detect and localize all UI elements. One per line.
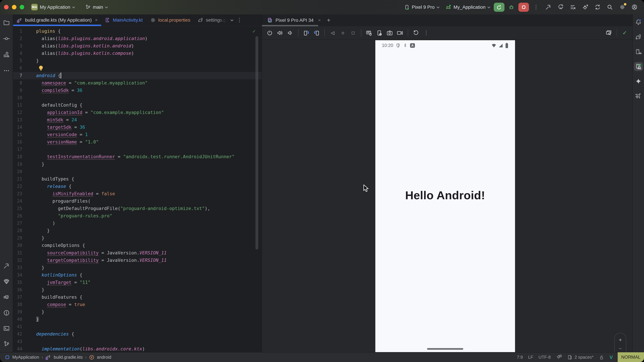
gradle-tool-button[interactable]: [634, 32, 643, 41]
code-line[interactable]: 5}: [13, 57, 262, 64]
terminal-tool-button[interactable]: [2, 324, 11, 333]
code-line[interactable]: 14 targetSdk = 36: [13, 123, 262, 131]
account-button[interactable]: [629, 2, 640, 12]
apply-changes-button[interactable]: A: [555, 2, 566, 12]
code-line[interactable]: 23 isMinifyEnabled = false: [13, 190, 262, 197]
snapshot-button[interactable]: [412, 28, 420, 37]
debug-button[interactable]: [506, 2, 517, 12]
resource-manager-tool-button[interactable]: [2, 50, 11, 59]
zoom-in-button[interactable]: +: [619, 337, 622, 343]
build-tool-button[interactable]: [2, 261, 11, 271]
code-line[interactable]: 3 alias(libs.plugins.kotlin.android): [13, 42, 262, 50]
running-devices-tool-button[interactable]: [634, 62, 643, 71]
code-line[interactable]: 20: [13, 168, 262, 175]
device-more-button[interactable]: ⋮: [422, 28, 431, 37]
line-separator-widget[interactable]: LF: [528, 355, 533, 360]
more-run-actions-button[interactable]: ⋮: [531, 2, 541, 12]
device-settings-button[interactable]: [375, 28, 384, 37]
zoom-out-button[interactable]: −: [619, 346, 622, 352]
gem-tool-button[interactable]: [2, 277, 11, 286]
code-line[interactable]: 2 alias(libs.plugins.android.application…: [13, 35, 262, 42]
indent-widget[interactable]: 2 spaces*: [567, 355, 594, 360]
code-line[interactable]: 10: [13, 94, 262, 101]
ai-assistant-disabled-icon[interactable]: [556, 354, 562, 360]
code-line[interactable]: 44 implementation(libs.androidx.core.ktx…: [13, 345, 262, 352]
code-line[interactable]: 27 ): [13, 220, 262, 227]
layout-inspector-toggle[interactable]: [604, 28, 613, 37]
code-line[interactable]: 41: [13, 323, 262, 330]
breadcrumb-project[interactable]: MyApplication: [12, 355, 39, 360]
code-line[interactable]: 24 proguardFiles(: [13, 197, 262, 205]
problems-tool-button[interactable]: [2, 308, 11, 317]
close-device-tab-icon[interactable]: ×: [318, 18, 321, 23]
device-screen[interactable]: 10:20 A Hello Android!: [375, 40, 515, 352]
more-tool-windows-button[interactable]: [2, 66, 11, 75]
intention-bulb-icon[interactable]: [39, 66, 43, 69]
search-everywhere-button[interactable]: [604, 2, 615, 12]
code-line[interactable]: 16 versionName = "1.0": [13, 138, 262, 146]
attach-debugger-button[interactable]: [580, 2, 591, 12]
device-selector[interactable]: Pixel 9 Pro: [402, 3, 441, 11]
tab-list-chevron-icon[interactable]: [230, 18, 233, 21]
code-line[interactable]: 7android {: [13, 72, 262, 79]
rerun-button[interactable]: [494, 3, 504, 12]
notifications-tool-button[interactable]: [634, 17, 643, 27]
tab-local-properties[interactable]: local.properties: [146, 14, 194, 26]
inspections-ok-icon[interactable]: ✓: [252, 28, 256, 34]
volume-down-button[interactable]: [286, 28, 295, 37]
code-line[interactable]: 35 jvmTarget = "11": [13, 279, 262, 286]
gesture-navigation-handle[interactable]: [427, 348, 463, 350]
new-device-tab-icon[interactable]: +: [327, 17, 330, 24]
volume-up-button[interactable]: [276, 28, 284, 37]
code-line[interactable]: 21 buildTypes {: [13, 175, 262, 183]
code-line[interactable]: 26 "proguard-rules.pro": [13, 212, 262, 220]
commit-tool-button[interactable]: [2, 34, 11, 43]
tab-settings-gradle[interactable]: settings.g: [194, 14, 230, 26]
code-line[interactable]: 42dependencies {: [13, 330, 262, 338]
code-line[interactable]: 13 minSdk = 24: [13, 116, 262, 123]
code-editor[interactable]: 1plugins {2 alias(libs.plugins.android.a…: [13, 26, 262, 352]
rotate-right-button[interactable]: [312, 28, 321, 37]
unlocked-icon[interactable]: [599, 355, 604, 360]
hardware-input-button[interactable]: [364, 28, 374, 37]
code-line[interactable]: 38 compose = true: [13, 301, 262, 308]
device-ui-check-icon[interactable]: ✓: [620, 28, 629, 37]
device-tab-label[interactable]: Pixel 9 Pro API 34: [276, 17, 314, 23]
code-line[interactable]: 4 alias(libs.plugins.kotlin.compose): [13, 50, 262, 57]
code-line[interactable]: 25 getDefaultProguardFile("proguard-andr…: [13, 205, 262, 212]
code-line[interactable]: 15 versionCode = 1: [13, 131, 262, 138]
ideavim-icon[interactable]: V: [610, 355, 613, 360]
code-line[interactable]: 9 compileSdk = 36: [13, 87, 262, 94]
cursor-position-widget[interactable]: 7:9: [517, 355, 523, 360]
close-tab-icon[interactable]: ×: [95, 17, 98, 23]
code-line[interactable]: 17: [13, 146, 262, 153]
code-line[interactable]: 37 buildFeatures {: [13, 294, 262, 301]
code-line[interactable]: 29 }: [13, 234, 262, 242]
android-back-button[interactable]: ◁: [328, 28, 337, 37]
code-line[interactable]: 43: [13, 338, 262, 345]
tab-options-kebab-icon[interactable]: ⋮: [237, 17, 242, 23]
logcat-tool-button[interactable]: [2, 293, 11, 302]
stop-button[interactable]: [518, 3, 529, 12]
device-manager-tool-button[interactable]: [634, 47, 643, 56]
code-line[interactable]: 39 }: [13, 308, 262, 316]
vcs-branch-widget[interactable]: main: [83, 3, 110, 11]
project-widget[interactable]: MA My Application: [29, 3, 77, 12]
code-line[interactable]: 28 }: [13, 227, 262, 234]
code-line[interactable]: 40}: [13, 316, 262, 323]
minimize-window-button[interactable]: [12, 5, 16, 9]
profiler-button[interactable]: [568, 2, 578, 12]
code-line[interactable]: 34 kotlinOptions {: [13, 271, 262, 279]
screenshot-button[interactable]: [385, 28, 394, 37]
code-line[interactable]: 33 }: [13, 264, 262, 271]
android-overview-button[interactable]: □: [349, 28, 358, 37]
encoding-widget[interactable]: UTF-8: [538, 355, 551, 360]
version-control-tool-button[interactable]: [2, 339, 11, 349]
power-button[interactable]: [265, 28, 274, 37]
run-configuration-selector[interactable]: My_Application: [443, 3, 492, 11]
app-insights-tool-button[interactable]: [634, 91, 643, 100]
code-line[interactable]: 1plugins {: [13, 27, 262, 35]
gemini-tool-button[interactable]: [634, 77, 643, 86]
code-line[interactable]: 22 release {: [13, 183, 262, 190]
sync-project-button[interactable]: [592, 2, 603, 12]
